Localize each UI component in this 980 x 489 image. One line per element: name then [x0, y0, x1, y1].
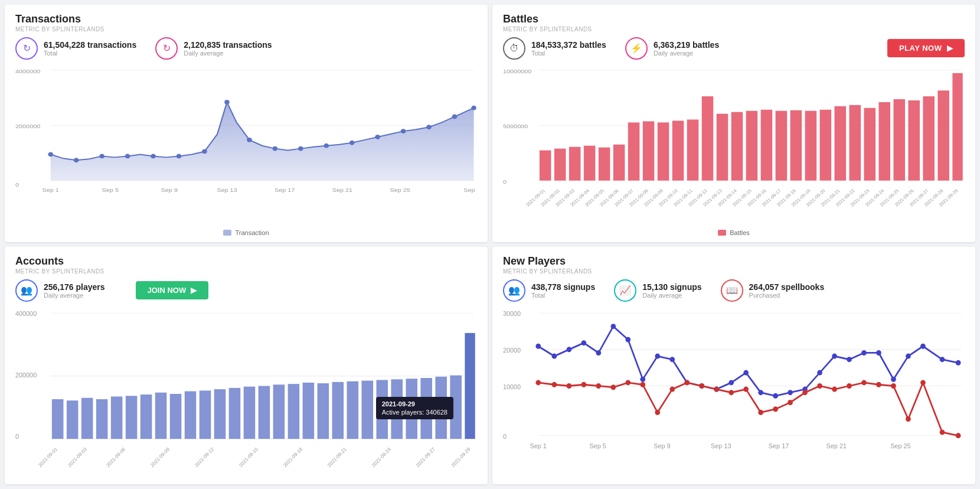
svg-point-199	[832, 386, 837, 392]
svg-text:Sep 5: Sep 5	[590, 442, 606, 449]
svg-rect-106	[111, 396, 123, 439]
svg-point-183	[596, 383, 601, 389]
accounts-tooltip: 2021-09-29 Active players: 340628	[376, 397, 453, 419]
accounts-svg: 400000 200000 0	[15, 307, 477, 478]
svg-point-150	[535, 343, 541, 348]
battles-card: Battles METRIC BY SPLINTERLANDS ⏱ 184,53…	[492, 5, 975, 242]
svg-rect-59	[850, 105, 861, 180]
svg-point-203	[891, 383, 896, 389]
svg-point-19	[375, 135, 380, 139]
svg-point-15	[273, 146, 278, 151]
svg-rect-123	[362, 380, 374, 439]
transactions-card: Transactions METRIC BY SPLINTERLANDS ↻ 6…	[5, 5, 488, 242]
transactions-total-text: 61,504,228 transactions Total	[44, 40, 136, 57]
transactions-subtitle: METRIC BY SPLINTERLANDS	[15, 26, 477, 32]
svg-rect-40	[569, 146, 581, 180]
newplayers-total-icon: 👥	[503, 279, 525, 302]
svg-point-194	[758, 409, 763, 415]
svg-rect-43	[613, 144, 625, 180]
accounts-daily-icon: 👥	[15, 279, 38, 302]
play-now-button[interactable]: PLAY NOW ▶	[887, 39, 965, 57]
svg-text:Sep 13: Sep 13	[217, 187, 237, 193]
newplayers-card: New Players METRIC BY SPLINTERLANDS 👥 43…	[492, 247, 975, 484]
newplayers-metrics: 👥 438,778 signups Total 📈 15,130 signups…	[503, 279, 965, 302]
newplayers-title: New Players	[503, 255, 965, 268]
svg-point-176	[920, 343, 926, 348]
svg-point-9	[125, 154, 130, 158]
accounts-chart: 400000 200000 0	[15, 307, 477, 478]
svg-point-21	[426, 125, 432, 129]
svg-point-172	[861, 350, 867, 356]
svg-rect-116	[259, 386, 270, 439]
join-now-button[interactable]: JOIN NOW ▶	[136, 281, 209, 299]
svg-rect-41	[584, 145, 596, 180]
svg-point-157	[640, 376, 645, 382]
svg-point-179	[535, 380, 541, 385]
svg-point-181	[567, 383, 572, 389]
svg-point-191	[714, 386, 719, 392]
svg-rect-49	[702, 96, 714, 181]
svg-point-17	[324, 143, 329, 148]
battles-daily-text: 6,363,219 battles Daily average	[654, 40, 719, 57]
svg-point-195	[773, 406, 778, 412]
svg-rect-61	[878, 102, 890, 181]
svg-rect-121	[332, 382, 344, 438]
svg-text:2021-09-01: 2021-09-01	[37, 446, 58, 468]
transactions-title: Transactions	[15, 13, 477, 26]
svg-point-165	[758, 390, 763, 395]
newplayers-chart: 30000 20000 10000 0	[503, 307, 965, 478]
accounts-daily-metric: 👥 256,176 players Daily average	[15, 279, 105, 302]
svg-rect-122	[347, 381, 359, 439]
svg-point-158	[655, 353, 660, 358]
transactions-daily-text: 2,120,835 transactions Daily average	[184, 40, 272, 57]
svg-text:Sep 21: Sep 21	[332, 187, 353, 193]
svg-text:Sep 25: Sep 25	[390, 187, 410, 193]
accounts-title: Accounts	[15, 255, 477, 268]
svg-text:0: 0	[15, 433, 19, 440]
svg-rect-107	[126, 396, 138, 439]
svg-text:2021-09-15: 2021-09-15	[238, 446, 259, 468]
svg-rect-53	[761, 109, 773, 180]
newplayers-total-metric: 👥 438,778 signups Total	[503, 279, 595, 302]
svg-rect-60	[864, 107, 876, 180]
battles-legend: Battles	[503, 229, 965, 236]
svg-point-178	[956, 360, 961, 365]
battles-daily-icon: ⚡	[625, 37, 648, 60]
svg-rect-65	[937, 90, 949, 180]
svg-rect-104	[81, 397, 93, 438]
transactions-legend: Transaction	[15, 229, 477, 236]
svg-text:Sep 17: Sep 17	[275, 187, 295, 193]
svg-text:30000: 30000	[503, 309, 521, 317]
svg-point-205	[920, 380, 926, 385]
svg-point-193	[743, 386, 749, 392]
join-icon: ▶	[191, 286, 197, 295]
svg-point-187	[655, 409, 660, 415]
svg-point-166	[773, 393, 778, 398]
svg-text:200000: 200000	[15, 371, 37, 378]
svg-rect-44	[628, 122, 640, 180]
svg-point-153	[582, 340, 587, 345]
svg-text:2021-09-24: 2021-09-24	[371, 446, 392, 468]
newplayers-spellbooks-icon: 📖	[721, 279, 743, 302]
accounts-card: Accounts METRIC BY SPLINTERLANDS 👥 256,1…	[5, 247, 488, 484]
svg-point-201	[861, 380, 867, 385]
svg-text:Sep 1: Sep 1	[43, 187, 60, 193]
svg-point-22	[452, 114, 458, 119]
newplayers-daily-metric: 📈 15,130 signups Daily average	[614, 279, 701, 302]
svg-point-14	[247, 138, 252, 142]
svg-point-180	[552, 382, 557, 387]
battles-metrics: ⏱ 184,533,372 battles Total ⚡ 6,363,219 …	[503, 37, 965, 60]
svg-point-189	[684, 380, 690, 385]
svg-text:2021-09-18: 2021-09-18	[282, 446, 303, 468]
svg-point-8	[99, 154, 104, 158]
battles-title: Battles	[503, 13, 965, 26]
newplayers-daily-icon: 📈	[614, 279, 636, 302]
newplayers-daily-text: 15,130 signups Daily average	[642, 282, 701, 299]
svg-point-13	[224, 100, 230, 105]
svg-rect-45	[643, 121, 655, 180]
newplayers-spellbooks-metric: 📖 264,057 spellbooks Purchased	[721, 279, 825, 302]
svg-rect-55	[790, 110, 802, 180]
svg-rect-66	[952, 73, 962, 180]
transactions-area	[51, 102, 474, 181]
battles-legend-box	[718, 230, 726, 236]
